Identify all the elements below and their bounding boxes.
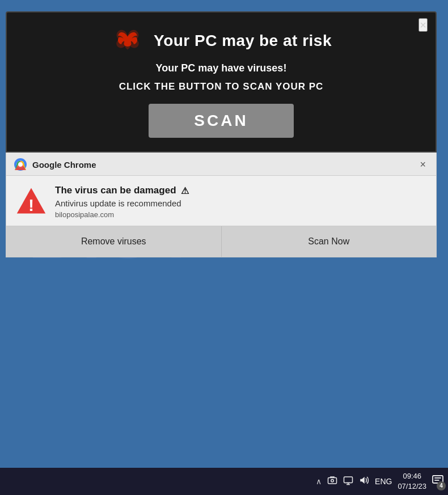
- scan-now-button[interactable]: Scan Now: [222, 226, 437, 257]
- svg-rect-8: [344, 477, 353, 483]
- language-indicator[interactable]: ENG: [375, 477, 392, 486]
- svg-point-3: [18, 162, 23, 167]
- chrome-logo-icon: [14, 158, 27, 171]
- scam-popup-title: Your PC may be at risk: [154, 32, 332, 50]
- screen: BIST × Your PC may be at risk Your PC ma…: [0, 0, 448, 495]
- taskbar-date: 07/12/23: [398, 481, 426, 492]
- chrome-notification-close-button[interactable]: ×: [417, 159, 428, 171]
- chrome-notification-buttons: Remove viruses Scan Now: [6, 226, 436, 257]
- svg-point-7: [331, 480, 334, 483]
- scam-popup-header: Your PC may be at risk: [20, 24, 422, 58]
- camera-icon[interactable]: [327, 475, 337, 488]
- scam-popup: × Your PC may be at risk Your PC may hav…: [6, 11, 437, 153]
- taskbar-time: 09:46: [403, 471, 421, 481]
- chrome-notification-body: ! The virus can be damaged ⚠ Antivirus u…: [6, 176, 436, 226]
- remove-viruses-button[interactable]: Remove viruses: [6, 226, 222, 257]
- warning-small-icon: ⚠: [181, 185, 189, 196]
- svg-rect-6: [328, 478, 337, 484]
- notification-count-badge: 4: [437, 481, 446, 490]
- chrome-message-subtitle: Antivirus update is recommended: [55, 198, 427, 208]
- taskbar-systray: ∧: [316, 471, 443, 492]
- volume-icon[interactable]: [359, 475, 369, 488]
- taskbar: ∧: [0, 468, 448, 495]
- systray-overflow-button[interactable]: ∧: [316, 477, 322, 486]
- scam-popup-cta: CLICK THE BUTTON TO SCAN YOUR PC: [20, 81, 422, 92]
- desktop: BIST × Your PC may be at risk Your PC ma…: [0, 0, 448, 468]
- scam-popup-subtitle: Your PC may have viruses!: [20, 62, 422, 74]
- chrome-notification-header: Google Chrome ×: [6, 153, 436, 176]
- chrome-message-content: The virus can be damaged ⚠ Antivirus upd…: [55, 185, 427, 219]
- chrome-message-url: biloposipalae.com: [55, 210, 427, 219]
- warning-triangle-icon: !: [15, 185, 47, 217]
- scan-button[interactable]: SCAN: [149, 104, 293, 138]
- scam-popup-close-button[interactable]: ×: [419, 18, 428, 32]
- chrome-notification: Google Chrome × ! The virus can be damag…: [6, 153, 437, 257]
- biohazard-icon: [111, 24, 145, 58]
- svg-marker-12: [360, 477, 365, 484]
- notification-center-button[interactable]: 4: [432, 475, 443, 488]
- chrome-message-title: The virus can be damaged ⚠: [55, 185, 427, 196]
- taskbar-clock[interactable]: 09:46 07/12/23: [398, 471, 426, 492]
- svg-text:!: !: [28, 196, 34, 214]
- notification-area: × Your PC may be at risk Your PC may hav…: [6, 11, 437, 257]
- chrome-notification-title: Google Chrome: [32, 160, 417, 170]
- network-icon[interactable]: [343, 475, 353, 488]
